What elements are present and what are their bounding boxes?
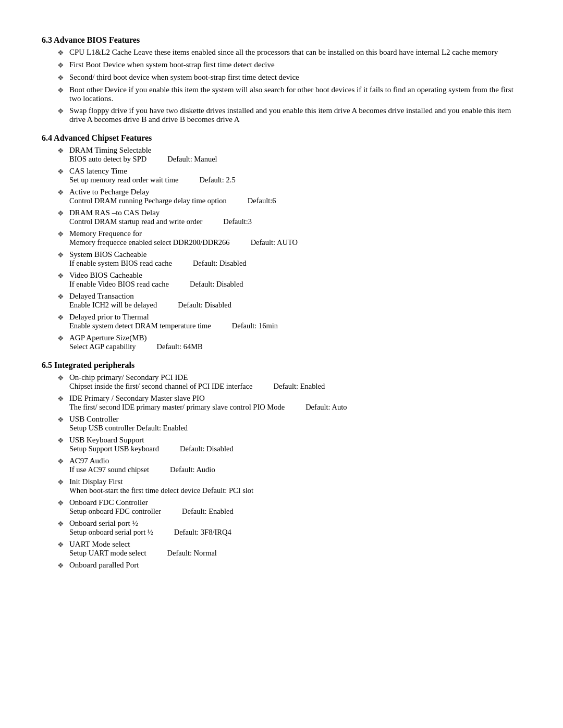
item-content: On-chip primary/ Secondary PCI IDEChipse… [69, 373, 521, 391]
item-description: If enable system BIOS read cache [69, 259, 172, 268]
item-description: Memory frequecce enabled select DDR200/D… [69, 238, 230, 247]
item-content: Boot other Device if you enable this ite… [69, 85, 521, 103]
list-item: ❖Onboard FDC ControllerSetup onboard FDC… [57, 498, 521, 516]
section-list-6.4: ❖DRAM Timing SelectableBIOS auto detect … [57, 146, 521, 351]
item-name: Onboard paralled Port [69, 561, 521, 570]
item-desc-row: Chipset inside the first/ second channel… [69, 382, 521, 391]
item-desc-row: If enable Video BIOS read cacheDefault: … [69, 280, 521, 289]
item-content: System BIOS CacheableIf enable system BI… [69, 250, 521, 268]
item-desc-row: If enable system BIOS read cacheDefault:… [69, 259, 521, 268]
list-item: ❖AC97 AudioIf use AC97 sound chipsetDefa… [57, 456, 521, 474]
bullet-icon: ❖ [57, 520, 64, 528]
bullet-icon: ❖ [57, 73, 64, 82]
item-description: If use AC97 sound chipset [69, 465, 149, 474]
bullet-icon: ❖ [57, 230, 64, 239]
item-desc-row: Setup onboard FDC controllerDefault: Ena… [69, 507, 521, 516]
list-item: ❖DRAM RAS –to CAS DelayControl DRAM star… [57, 208, 521, 226]
item-description: Enable ICH2 will be delayed [69, 301, 157, 310]
item-description: Chipset inside the first/ second channel… [69, 382, 253, 391]
item-content: USB ControllerSetup USB controller Defau… [69, 415, 521, 433]
item-desc-row: Control DRAM startup read and write orde… [69, 217, 521, 226]
item-default-value: Default:3 [223, 217, 252, 226]
section-list-6.3: ❖CPU L1&L2 Cache Leave these items enabl… [57, 48, 521, 124]
bullet-icon: ❖ [57, 107, 64, 116]
bullet-icon: ❖ [57, 415, 64, 424]
item-name: Swap floppy drive if you have two disket… [69, 106, 521, 124]
item-desc-row: When boot-start the first time delect de… [69, 486, 521, 495]
bullet-icon: ❖ [57, 188, 64, 197]
item-desc-row: Select AGP capabilityDefault: 64MB [69, 342, 521, 351]
bullet-icon: ❖ [57, 313, 64, 322]
list-item: ❖Swap floppy drive if you have two diske… [57, 106, 521, 124]
item-description: Control DRAM running Pecharge delay time… [69, 196, 227, 205]
item-content: AGP Aperture Size(MB)Select AGP capabili… [69, 334, 521, 351]
item-content: Delayed TransactionEnable ICH2 will be d… [69, 292, 521, 310]
item-content: Onboard serial port ½Setup onboard seria… [69, 519, 521, 537]
item-name: System BIOS Cacheable [69, 250, 521, 259]
item-content: Onboard FDC ControllerSetup onboard FDC … [69, 498, 521, 516]
item-default-value: Default: Auto [305, 403, 347, 412]
bullet-icon: ❖ [57, 561, 64, 570]
item-default-value: Default: Normal [167, 549, 216, 558]
item-description: Setup onboard serial port ½ [69, 528, 153, 537]
item-name: IDE Primary / Secondary Master slave PIO [69, 394, 521, 403]
list-item: ❖Video BIOS CacheableIf enable Video BIO… [57, 271, 521, 289]
item-desc-row: Setup Support USB keyboardDefault: Disab… [69, 445, 521, 453]
item-name: Active to Pecharge Delay [69, 188, 521, 196]
bullet-icon: ❖ [57, 478, 64, 487]
item-content: UART Mode selectSetup UART mode selectDe… [69, 540, 521, 558]
list-item: ❖Init Display FirstWhen boot-start the f… [57, 477, 521, 495]
bullet-icon: ❖ [57, 334, 64, 343]
bullet-icon: ❖ [57, 292, 64, 301]
list-item: ❖Second/ third boot device when system b… [57, 73, 521, 82]
item-content: Active to Pecharge DelayControl DRAM run… [69, 188, 521, 205]
item-name: Video BIOS Cacheable [69, 271, 521, 280]
item-content: IDE Primary / Secondary Master slave PIO… [69, 394, 521, 412]
item-desc-row: Enable system detect DRAM temperature ti… [69, 322, 521, 330]
item-name: Memory Frequence for [69, 229, 521, 238]
item-description: Select AGP capability [69, 342, 136, 351]
item-name: DRAM RAS –to CAS Delay [69, 208, 521, 217]
item-desc-row: If use AC97 sound chipsetDefault: Audio [69, 465, 521, 474]
item-default-value: Default: Disabled [193, 259, 247, 268]
item-name: USB Keyboard Support [69, 436, 521, 445]
document-container: 6.3 Advance BIOS Features❖CPU L1&L2 Cach… [42, 35, 521, 570]
bullet-icon: ❖ [57, 61, 64, 70]
item-content: Init Display FirstWhen boot-start the fi… [69, 477, 521, 495]
item-name: AC97 Audio [69, 456, 521, 465]
list-item: ❖Onboard paralled Port [57, 561, 521, 570]
item-content: Second/ third boot device when system bo… [69, 73, 521, 82]
item-description: Setup onboard FDC controller [69, 507, 161, 516]
item-name: Init Display First [69, 477, 521, 486]
item-description: Set up memory read order wait time [69, 176, 178, 184]
list-item: ❖CPU L1&L2 Cache Leave these items enabl… [57, 48, 521, 57]
item-default-value: Default: Disabled [180, 445, 234, 453]
item-content: CPU L1&L2 Cache Leave these items enable… [69, 48, 521, 57]
item-content: USB Keyboard SupportSetup Support USB ke… [69, 436, 521, 453]
item-content: First Boot Device when system boot-strap… [69, 60, 521, 69]
item-default-value: Default: Enabled [274, 382, 325, 391]
item-content: Delayed prior to ThermalEnable system de… [69, 313, 521, 330]
list-item: ❖UART Mode selectSetup UART mode selectD… [57, 540, 521, 558]
item-desc-row: Setup USB controller Default: Enabled [69, 424, 521, 433]
item-name: Onboard FDC Controller [69, 498, 521, 507]
item-name: Delayed prior to Thermal [69, 313, 521, 322]
item-desc-row: The first/ second IDE primary master/ pr… [69, 403, 521, 412]
list-item: ❖IDE Primary / Secondary Master slave PI… [57, 394, 521, 412]
item-name: CPU L1&L2 Cache Leave these items enable… [69, 48, 521, 57]
item-default-value: Default: 3F8/IRQ4 [174, 528, 231, 537]
item-description: Setup USB controller Default: Enabled [69, 424, 188, 433]
item-desc-row: Memory frequecce enabled select DDR200/D… [69, 238, 521, 247]
bullet-icon: ❖ [57, 394, 64, 403]
item-content: Swap floppy drive if you have two disket… [69, 106, 521, 124]
list-item: ❖ USB Keyboard SupportSetup Support USB … [57, 436, 521, 453]
bullet-icon: ❖ [57, 457, 64, 466]
item-name: AGP Aperture Size(MB) [69, 334, 521, 342]
item-name: CAS latency Time [69, 167, 521, 176]
item-description: Enable system detect DRAM temperature ti… [69, 322, 211, 330]
bullet-icon: ❖ [57, 209, 64, 218]
item-desc-row: Setup UART mode selectDefault: Normal [69, 549, 521, 558]
bullet-icon: ❖ [57, 167, 64, 176]
item-desc-row: Set up memory read order wait timeDefaul… [69, 176, 521, 184]
item-name: Boot other Device if you enable this ite… [69, 85, 521, 103]
